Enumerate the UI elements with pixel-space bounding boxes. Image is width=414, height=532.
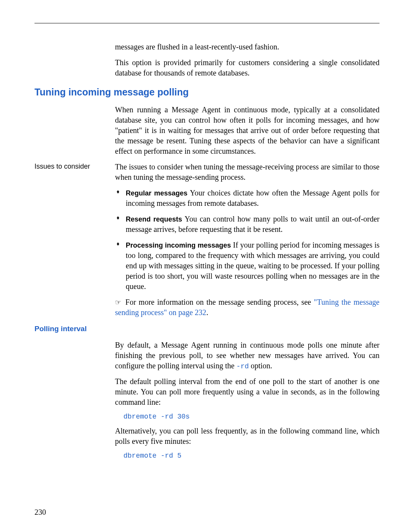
code-block-1: dbremote -rd 30s [123,413,380,420]
polling-para-3: Alternatively, you can poll less frequen… [115,426,380,447]
section1-para-1: When running a Message Agent in continuo… [115,105,380,156]
polling-para-1: By default, a Message Agent running in c… [115,340,380,371]
xref-prefix: For more information on the message send… [125,298,314,306]
inline-code-rd: -rd [237,363,249,370]
xref-para: ☞ For more information on the message se… [115,297,380,318]
bullet-label: Resend requests [126,215,182,223]
bullet-list: Regular messages Your choices dictate ho… [115,188,380,292]
intro-para-2: This option is provided primarily for cu… [115,57,380,78]
sidebar-issues: Issues to consider [34,162,111,171]
bullet-label: Regular messages [126,189,187,197]
code-block-2: dbremote -rd 5 [123,452,380,460]
subheading-polling-interval: Polling interval [34,325,380,333]
bullet-processing-incoming: Processing incoming messages If your pol… [115,240,380,292]
bullet-resend-requests: Resend requests You can control how many… [115,214,380,235]
section1-para-2: The issues to consider when tuning the m… [115,162,380,182]
horizontal-rule [34,23,380,23]
section-heading-tuning: Tuning incoming message polling [34,87,380,98]
page-number: 230 [34,508,46,517]
polling-p1-b: option. [249,361,272,370]
xref-suffix: . [206,308,208,317]
intro-para-1: messages are flushed in a least-recently… [115,42,380,52]
bullet-label: Processing incoming messages [126,241,231,249]
pointer-icon: ☞ [115,299,121,306]
polling-para-2: The default polling interval from the en… [115,376,380,407]
bullet-regular-messages: Regular messages Your choices dictate ho… [115,188,380,209]
